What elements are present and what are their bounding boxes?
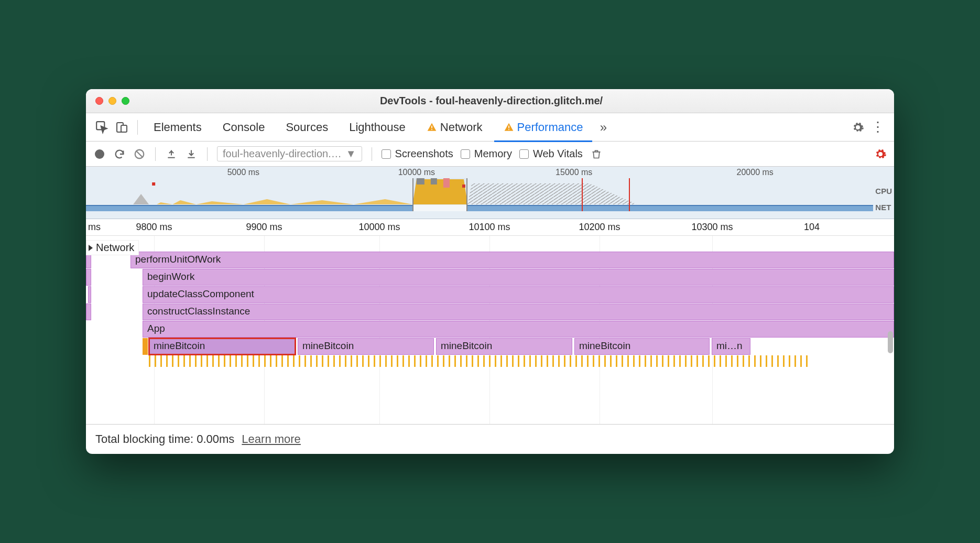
svg-marker-10 — [157, 199, 412, 204]
timeline-ruler[interactable]: ms 9800 ms9900 ms10000 ms10100 ms10200 m… — [86, 219, 894, 236]
zoom-window-button[interactable] — [122, 97, 129, 105]
task-tick — [783, 355, 785, 367]
task-tick — [766, 355, 767, 367]
task-tick — [668, 355, 669, 367]
capture-settings-gear-icon[interactable] — [874, 148, 887, 160]
flame-bar[interactable]: mineBitcoin — [574, 338, 710, 355]
more-tabs-button[interactable]: » — [594, 118, 612, 136]
task-tick — [558, 355, 560, 367]
tab-performance[interactable]: Performance — [494, 113, 593, 142]
device-toolbar-icon[interactable] — [113, 118, 131, 136]
devtools-window: DevTools - foul-heavenly-direction.glitc… — [86, 89, 894, 454]
task-tick — [333, 355, 335, 367]
flame-bar[interactable]: beginWork — [143, 269, 894, 286]
task-tick — [806, 355, 808, 367]
overview-tick: 20000 ms — [737, 168, 774, 177]
window-titlebar: DevTools - foul-heavenly-direction.glitc… — [86, 89, 894, 113]
ruler-tick: 9900 ms — [246, 222, 282, 233]
traffic-lights — [95, 97, 129, 105]
window-title: DevTools - foul-heavenly-direction.glitc… — [129, 95, 853, 107]
task-tick — [287, 355, 289, 367]
flame-bar[interactable]: constructClassInstance — [143, 303, 894, 320]
tab-lighthouse[interactable]: Lighthouse — [340, 113, 415, 142]
svg-point-7 — [95, 149, 104, 159]
tab-console[interactable]: Console — [213, 113, 275, 142]
task-tick — [662, 355, 663, 367]
record-button[interactable] — [93, 148, 106, 160]
task-tick — [743, 355, 744, 367]
net-overview-chart — [86, 205, 873, 211]
task-tick — [316, 355, 318, 367]
tab-sources[interactable]: Sources — [276, 113, 337, 142]
task-tick — [529, 355, 531, 367]
task-tick — [673, 355, 675, 367]
flame-bar[interactable]: mineBitcoin — [149, 338, 296, 355]
task-tick — [281, 355, 283, 367]
task-tick — [397, 355, 398, 367]
tab-network[interactable]: Network — [417, 113, 492, 142]
task-tick — [299, 355, 300, 367]
task-tick — [460, 355, 462, 367]
overview-marker — [582, 178, 583, 211]
settings-gear-icon[interactable] — [849, 118, 867, 136]
task-tick — [760, 355, 761, 367]
task-tick — [610, 355, 612, 367]
inspect-element-icon[interactable] — [93, 118, 111, 136]
webvitals-checkbox[interactable]: Web Vitals — [519, 148, 583, 160]
task-tick — [230, 355, 231, 367]
kebab-menu-icon[interactable]: ⋮ — [869, 118, 887, 136]
task-tick — [650, 355, 652, 367]
task-tick — [362, 355, 364, 367]
warning-icon — [504, 122, 514, 133]
task-tick — [656, 355, 658, 367]
close-window-button[interactable] — [95, 97, 103, 105]
task-tick — [431, 355, 433, 367]
ruler-tick: 9800 ms — [136, 222, 172, 233]
task-tick — [420, 355, 421, 367]
task-tick — [731, 355, 733, 367]
task-tick — [258, 355, 260, 367]
reload-record-button[interactable] — [113, 148, 126, 160]
memory-checkbox[interactable]: Memory — [461, 148, 512, 160]
total-blocking-time-label: Total blocking time: 0.00ms — [95, 432, 234, 446]
overview-selection[interactable] — [412, 178, 467, 211]
load-profile-icon[interactable] — [165, 148, 178, 160]
task-tick — [679, 355, 681, 367]
task-tick — [541, 355, 542, 367]
task-tick — [178, 355, 179, 367]
cpu-overview-chart — [86, 178, 873, 204]
screenshots-checkbox[interactable]: Screenshots — [382, 148, 453, 160]
flamechart-area[interactable]: Network performUnitOfWorkbeginWorkupdate… — [86, 236, 894, 425]
svg-rect-2 — [121, 125, 127, 132]
expand-triangle-icon — [89, 245, 93, 251]
minimize-window-button[interactable] — [108, 97, 116, 105]
task-tick — [201, 355, 202, 367]
save-profile-icon[interactable] — [185, 148, 198, 160]
tab-elements[interactable]: Elements — [144, 113, 211, 142]
learn-more-link[interactable]: Learn more — [242, 432, 301, 446]
flame-bar[interactable]: updateClassComponent — [143, 286, 894, 303]
flame-left-stubs — [86, 252, 93, 388]
vertical-scrollbar-thumb[interactable] — [888, 331, 893, 353]
net-label: NET — [875, 203, 892, 212]
recording-select[interactable]: foul-heavenly-direction.… ▼ — [217, 146, 362, 161]
garbage-collect-icon[interactable] — [590, 148, 603, 160]
task-tick — [402, 355, 404, 367]
task-tick — [149, 355, 150, 367]
flame-bar[interactable]: performUnitOfWork — [130, 252, 894, 268]
flame-bar[interactable]: App — [143, 321, 894, 338]
task-tick — [183, 355, 185, 367]
flame-bar[interactable]: mineBitcoin — [298, 338, 434, 355]
task-tick — [737, 355, 738, 367]
task-tick — [385, 355, 387, 367]
flame-bar[interactable]: mineBitcoin — [436, 338, 572, 355]
status-footer: Total blocking time: 0.00ms Learn more — [86, 425, 894, 454]
task-tick — [524, 355, 525, 367]
network-track-header[interactable]: Network — [86, 240, 139, 255]
timeline-overview[interactable]: 5000 ms10000 ms15000 ms20000 ms — [86, 167, 894, 219]
task-tick — [570, 355, 571, 367]
clear-button[interactable] — [133, 148, 146, 160]
overview-marker — [629, 178, 630, 211]
task-tick — [212, 355, 214, 367]
flame-bar[interactable]: mi…n — [712, 338, 750, 355]
